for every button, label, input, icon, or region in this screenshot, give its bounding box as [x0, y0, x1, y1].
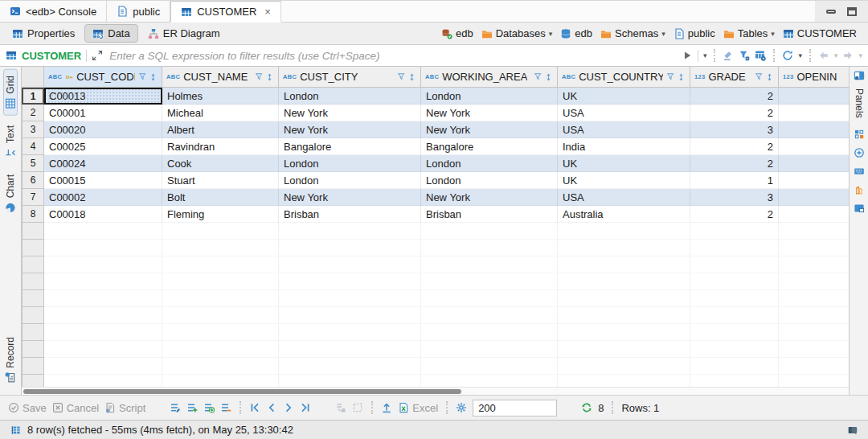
grid-cell-empty[interactable]: [279, 290, 421, 307]
grid-cell-empty[interactable]: [279, 240, 421, 256]
breadcrumb-item-edb[interactable]: edb: [560, 27, 592, 39]
grid-cell-empty[interactable]: [690, 290, 779, 307]
grid-cell-grade[interactable]: 2: [690, 105, 779, 121]
filter-icon[interactable]: [666, 72, 676, 82]
grid-cell-empty[interactable]: [558, 273, 690, 290]
grid-cell-empty[interactable]: [779, 341, 849, 358]
grid-cell-empty[interactable]: [558, 290, 690, 307]
grid-cell-openin[interactable]: [779, 88, 849, 105]
grid-cell-working_area[interactable]: London: [421, 88, 558, 105]
breadcrumb-item-public[interactable]: public: [674, 27, 715, 39]
duplicate-row-button[interactable]: [203, 402, 215, 413]
fetch-settings-gear-icon[interactable]: [456, 402, 467, 413]
grid-cell-working_area[interactable]: Bangalore: [421, 138, 558, 155]
sort-icon[interactable]: [265, 72, 274, 82]
grid-cell-empty[interactable]: [690, 341, 779, 358]
grid-cell-empty[interactable]: [279, 358, 421, 375]
grid-corner-cell[interactable]: [22, 67, 44, 87]
grid-cell-empty[interactable]: [690, 307, 779, 324]
filter-save-icon[interactable]: [739, 50, 750, 61]
grid-cell-empty[interactable]: [279, 375, 421, 387]
grid-cell-empty[interactable]: [44, 223, 162, 240]
grid-cell-empty[interactable]: [558, 324, 690, 341]
grid-cell-cust_name[interactable]: Fleming: [162, 206, 279, 223]
grid-cell-openin[interactable]: [779, 105, 849, 121]
grid-cell-cust_city[interactable]: Brisban: [279, 206, 421, 223]
grid-cell-empty[interactable]: [779, 240, 849, 256]
first-row-button[interactable]: [249, 402, 260, 413]
row-number-cell[interactable]: [22, 375, 44, 387]
grid-cell-empty[interactable]: [421, 290, 558, 307]
auto-refresh-icon[interactable]: [581, 402, 592, 413]
row-number-cell[interactable]: [22, 273, 44, 290]
row-number-cell[interactable]: [22, 358, 44, 375]
rail-tab-grid[interactable]: Grid: [3, 69, 18, 116]
grid-cell-empty[interactable]: [558, 240, 690, 256]
row-number-cell[interactable]: 5: [22, 155, 44, 172]
grid-cell-empty[interactable]: [421, 358, 558, 375]
grid-cell-empty[interactable]: [779, 358, 849, 375]
grid-cell-empty[interactable]: [558, 375, 690, 387]
row-number-cell[interactable]: [22, 307, 44, 324]
grid-cell-empty[interactable]: [558, 341, 690, 358]
breadcrumb-item-schemas[interactable]: Schemas▾: [600, 27, 665, 39]
grid-cell-empty[interactable]: [690, 358, 779, 375]
add-row-button[interactable]: [186, 402, 198, 413]
grid-cell-cust_code[interactable]: C00025: [44, 138, 162, 155]
breadcrumb-item-edb[interactable]: edb: [441, 27, 473, 39]
back-arrow-icon[interactable]: [818, 50, 829, 61]
maximize-icon[interactable]: [847, 7, 857, 16]
grid-cell-empty[interactable]: [279, 324, 421, 341]
circle-cross-icon[interactable]: [854, 147, 865, 158]
grid-cell-empty[interactable]: [421, 240, 558, 256]
grid-cell-cust_name[interactable]: Micheal: [162, 105, 279, 121]
grid-cell-openin[interactable]: [779, 138, 849, 155]
row-number-cell[interactable]: 3: [22, 121, 44, 138]
row-number-cell[interactable]: 4: [22, 138, 44, 155]
grid-cell-cust_city[interactable]: London: [279, 155, 421, 172]
filter-icon[interactable]: [534, 72, 543, 82]
grid-cell-empty[interactable]: [44, 375, 162, 387]
breadcrumb-item-tables[interactable]: Tables▾: [723, 27, 775, 39]
grid-cell-cust_code[interactable]: C00020: [44, 121, 162, 138]
column-header-cust_code[interactable]: ABCCUST_CODE: [44, 67, 162, 87]
row-number-cell[interactable]: [22, 256, 44, 273]
grid-cell-cust_name[interactable]: Bolt: [162, 189, 279, 206]
grid-cell-grade[interactable]: 2: [690, 138, 779, 155]
panel-window-icon[interactable]: [854, 203, 865, 214]
grid-cell-cust_country[interactable]: UK: [558, 172, 690, 189]
row-number-cell[interactable]: [22, 223, 44, 240]
select-row-button[interactable]: [352, 402, 363, 413]
grid-cell-empty[interactable]: [162, 240, 279, 256]
goto-row-button[interactable]: [335, 402, 346, 413]
sql-filter-input[interactable]: [108, 47, 677, 64]
grid-cell-empty[interactable]: [690, 240, 779, 256]
keyboard-icon[interactable]: [854, 166, 865, 177]
grid-cell-cust_country[interactable]: USA: [558, 105, 690, 121]
grid-cell-empty[interactable]: [779, 273, 849, 290]
grid-cell-empty[interactable]: [690, 324, 779, 341]
minimize-icon[interactable]: [826, 10, 836, 14]
chevron-down-icon[interactable]: ▾: [549, 30, 553, 38]
row-number-cell[interactable]: [22, 324, 44, 341]
grid-cell-cust_country[interactable]: UK: [558, 155, 690, 172]
grid-cell-cust_city[interactable]: New York: [279, 121, 421, 138]
grid-cell-empty[interactable]: [779, 223, 849, 240]
grid-cell-empty[interactable]: [690, 256, 779, 273]
grid-cell-working_area[interactable]: Brisban: [421, 206, 558, 223]
grid-cell-empty[interactable]: [279, 273, 421, 290]
row-number-cell[interactable]: 1: [22, 88, 44, 105]
editor-tab-customer[interactable]: CUSTOMER×: [170, 1, 281, 22]
row-number-cell[interactable]: 8: [22, 206, 44, 223]
notification-icon[interactable]: [847, 425, 858, 436]
grid-cell-empty[interactable]: [44, 273, 162, 290]
grid-cell-empty[interactable]: [690, 273, 779, 290]
grid-cell-empty[interactable]: [162, 290, 279, 307]
next-row-button[interactable]: [283, 402, 294, 413]
grid-cell-cust_code[interactable]: C00024: [44, 155, 162, 172]
delete-row-button[interactable]: [220, 402, 231, 413]
grid-cell-empty[interactable]: [558, 307, 690, 324]
grid-cell-cust_code[interactable]: C00001: [44, 105, 162, 121]
view-tab-properties[interactable]: Properties: [4, 24, 83, 43]
grid-cell-empty[interactable]: [421, 307, 558, 324]
